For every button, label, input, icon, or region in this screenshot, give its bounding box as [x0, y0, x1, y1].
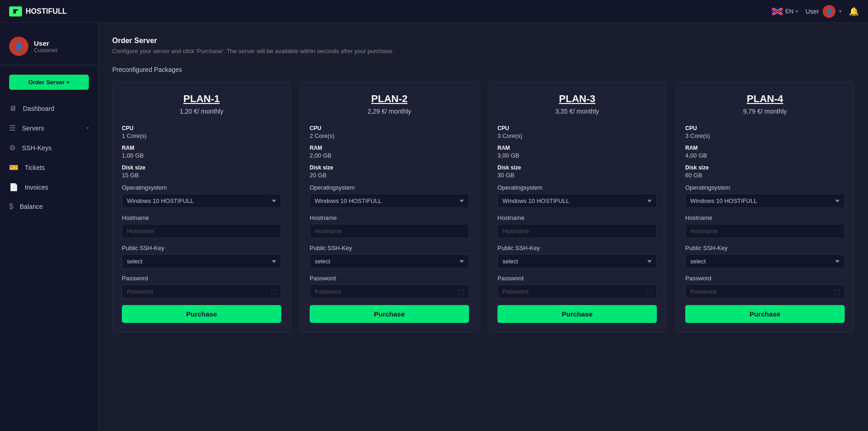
sidebar-item-label: Invoices	[25, 184, 89, 191]
sidebar-item-balance[interactable]: $ Balance	[0, 197, 98, 216]
form-os-group-plan-2: Operatingsystem Windows 10 HOSTIFULLUbun…	[310, 184, 469, 208]
password-input-plan-1[interactable]	[122, 284, 281, 299]
hostname-input-plan-3[interactable]	[497, 224, 657, 238]
packages-grid: PLAN-1 1,20 €/ monthly CPU 1 Core(s) RAM…	[112, 82, 854, 333]
form-ssh-group-plan-2: Public SSH-Key select	[310, 245, 469, 268]
sidebar-item-label: Tickets	[25, 164, 89, 171]
bell-icon[interactable]: 🔔	[849, 6, 859, 16]
form-password-group-plan-1: Password ⬚	[122, 275, 281, 299]
user-section[interactable]: User 👤 ▾	[805, 5, 841, 18]
purchase-button-plan-4[interactable]: Purchase	[685, 305, 845, 323]
servers-chevron-icon: ▾	[87, 125, 89, 131]
hostname-input-plan-2[interactable]	[310, 224, 469, 238]
sidebar-item-ssh-keys[interactable]: ⚙ SSH-Keys	[0, 138, 98, 158]
ssh-select-plan-4[interactable]: select	[685, 254, 845, 268]
password-input-plan-4[interactable]	[685, 284, 845, 299]
purchase-button-plan-1[interactable]: Purchase	[122, 305, 281, 323]
spec-cpu-plan-2: CPU 2 Core(s)	[310, 125, 469, 139]
logo-icon	[9, 6, 22, 16]
password-input-plan-2[interactable]	[310, 284, 469, 299]
plan-price-plan-2: 2,29 €/ monthly	[310, 108, 469, 115]
sidebar: 👤 User Customer Order Server + 🖥 Dashboa…	[0, 23, 98, 431]
topnav: HOSTIFULL EN ▾ User 👤 ▾ 🔔	[0, 0, 868, 23]
hostname-input-plan-4[interactable]	[685, 224, 845, 238]
spec-cpu-plan-3: CPU 3 Core(s)	[497, 125, 657, 139]
purchase-button-plan-3[interactable]: Purchase	[497, 305, 657, 323]
plan-card-plan-3: PLAN-3 3,35 €/ monthly CPU 3 Core(s) RAM…	[488, 82, 666, 333]
flag-icon	[772, 8, 783, 15]
logo: HOSTIFULL	[9, 6, 67, 16]
lang-selector[interactable]: EN ▾	[772, 8, 798, 15]
dashboard-icon: 🖥	[9, 104, 16, 113]
form-hostname-group-plan-1: Hostname	[122, 214, 281, 238]
os-select-plan-2[interactable]: Windows 10 HOSTIFULLUbuntu 20.04Debian 1…	[310, 194, 469, 208]
plan-name-plan-1: PLAN-1	[122, 93, 281, 105]
form-os-group-plan-1: Operatingsystem Windows 10 HOSTIFULLUbun…	[122, 184, 281, 208]
tickets-icon: 🎫	[9, 163, 18, 172]
layout: 👤 User Customer Order Server + 🖥 Dashboa…	[0, 23, 868, 431]
plan-name-plan-2: PLAN-2	[310, 93, 469, 105]
form-os-group-plan-3: Operatingsystem Windows 10 HOSTIFULLUbun…	[497, 184, 657, 208]
form-hostname-group-plan-3: Hostname	[497, 214, 657, 238]
form-password-group-plan-3: Password ⬚	[497, 275, 657, 299]
toggle-password-icon-plan-4[interactable]: ⬚	[834, 288, 840, 295]
topnav-right: EN ▾ User 👤 ▾ 🔔	[772, 5, 859, 18]
servers-icon: ☰	[9, 124, 16, 132]
ssh-select-plan-2[interactable]: select	[310, 254, 469, 268]
user-profile: 👤 User Customer	[0, 32, 98, 65]
main-content: Order Server Configure your server and c…	[98, 23, 868, 431]
os-select-plan-4[interactable]: Windows 10 HOSTIFULLUbuntu 20.04Debian 1…	[685, 194, 845, 208]
sidebar-user-name: User	[34, 39, 58, 47]
hostname-input-plan-1[interactable]	[122, 224, 281, 238]
toggle-password-icon-plan-2[interactable]: ⬚	[459, 288, 464, 295]
form-os-group-plan-4: Operatingsystem Windows 10 HOSTIFULLUbun…	[685, 184, 845, 208]
plan-card-plan-2: PLAN-2 2,29 €/ monthly CPU 2 Core(s) RAM…	[300, 82, 479, 333]
form-ssh-group-plan-1: Public SSH-Key select	[122, 245, 281, 268]
os-select-plan-3[interactable]: Windows 10 HOSTIFULLUbuntu 20.04Debian 1…	[497, 194, 657, 208]
spec-cpu-plan-4: CPU 3 Core(s)	[685, 125, 845, 139]
sidebar-item-label: Balance	[20, 203, 89, 210]
toggle-password-icon-plan-3[interactable]: ⬚	[646, 288, 652, 295]
sidebar-item-invoices[interactable]: 📄 Invoices	[0, 177, 98, 197]
plan-price-plan-4: 9,79 €/ monthly	[685, 108, 845, 115]
form-hostname-group-plan-2: Hostname	[310, 214, 469, 238]
form-password-group-plan-4: Password ⬚	[685, 275, 845, 299]
form-ssh-group-plan-3: Public SSH-Key select	[497, 245, 657, 268]
sidebar-item-label: Servers	[22, 125, 80, 132]
sidebar-user-avatar: 👤	[9, 37, 28, 56]
ssh-keys-icon: ⚙	[9, 143, 16, 152]
spec-cpu-plan-1: CPU 1 Core(s)	[122, 125, 281, 139]
page-description: Configure your server and click 'Purchas…	[112, 48, 854, 55]
topnav-user-avatar: 👤	[823, 5, 835, 18]
sidebar-item-dashboard[interactable]: 🖥 Dashboard	[0, 99, 98, 118]
logo-text: HOSTIFULL	[26, 7, 67, 16]
spec-ram-plan-4: RAM 4,00 GB	[685, 145, 845, 159]
balance-icon: $	[9, 202, 13, 211]
sidebar-item-tickets[interactable]: 🎫 Tickets	[0, 158, 98, 177]
purchase-button-plan-2[interactable]: Purchase	[310, 305, 469, 323]
password-input-plan-3[interactable]	[497, 284, 657, 299]
sidebar-item-label: SSH-Keys	[22, 144, 89, 152]
spec-disk-plan-2: Disk size 20 GB	[310, 164, 469, 179]
form-password-group-plan-2: Password ⬚	[310, 275, 469, 299]
plan-card-plan-4: PLAN-4 9,79 €/ monthly CPU 3 Core(s) RAM…	[676, 82, 854, 333]
spec-disk-plan-1: Disk size 15 GB	[122, 164, 281, 179]
spec-ram-plan-3: RAM 3,00 GB	[497, 145, 657, 159]
toggle-password-icon-plan-1[interactable]: ⬚	[271, 288, 277, 295]
sidebar-item-servers[interactable]: ☰ Servers ▾	[0, 118, 98, 138]
order-server-button[interactable]: Order Server +	[9, 75, 89, 90]
os-select-plan-1[interactable]: Windows 10 HOSTIFULLUbuntu 20.04Debian 1…	[122, 194, 281, 208]
page-header: Order Server Configure your server and c…	[112, 37, 854, 55]
spec-ram-plan-2: RAM 2,00 GB	[310, 145, 469, 159]
ssh-select-plan-3[interactable]: select	[497, 254, 657, 268]
user-chevron-icon: ▾	[839, 9, 841, 14]
lang-label: EN	[785, 8, 793, 15]
page-title: Order Server	[112, 37, 854, 45]
plan-card-plan-1: PLAN-1 1,20 €/ monthly CPU 1 Core(s) RAM…	[112, 82, 291, 333]
plan-price-plan-1: 1,20 €/ monthly	[122, 108, 281, 115]
plan-name-plan-3: PLAN-3	[497, 93, 657, 105]
topnav-user-label: User	[805, 8, 819, 15]
spec-ram-plan-1: RAM 1,00 GB	[122, 145, 281, 159]
sidebar-item-label: Dashboard	[23, 105, 89, 112]
ssh-select-plan-1[interactable]: select	[122, 254, 281, 268]
